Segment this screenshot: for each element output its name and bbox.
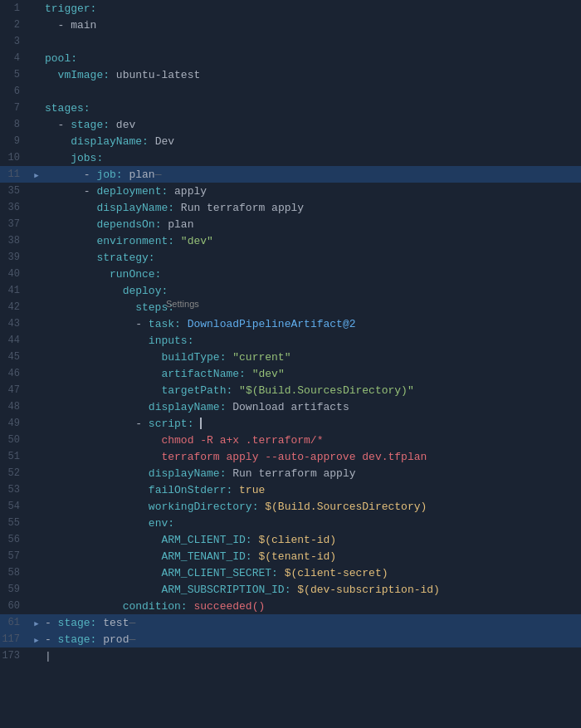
line-number: 42 [0, 301, 30, 313]
token-plain [45, 584, 161, 596]
line-content: buildType: "current" [43, 351, 581, 364]
line-number: 59 [0, 584, 30, 595]
code-line-52: 52 displayName: Run terraform apply [0, 465, 581, 481]
token-k-key: displayName: [149, 467, 227, 480]
line-content: vmImage: ubuntu-latest [43, 69, 581, 81]
token-plain [45, 351, 161, 364]
line-content: displayName: Run terraform apply [43, 202, 581, 214]
line-expand[interactable] [30, 617, 43, 629]
code-line-44: 44 inputs: [0, 332, 581, 349]
token-plain [45, 335, 149, 347]
token-plain [45, 467, 149, 480]
token-plain [45, 418, 135, 430]
token-k-val-plain: Download artifacts [232, 401, 349, 413]
code-line-5: 5 vmImage: ubuntu-latest [0, 66, 581, 83]
line-number: 48 [0, 401, 30, 413]
token-plain [45, 368, 161, 380]
line-content: artifactName: "dev" [43, 368, 581, 380]
code-line-3: 3 [0, 33, 581, 50]
token-plain [110, 119, 116, 131]
token-k-key: vmImage: [58, 69, 110, 81]
code-line-39: 39 strategy: [0, 249, 581, 266]
token-k-comment: — [129, 617, 135, 629]
code-line-61: 61- stage: test— [0, 614, 581, 631]
token-k-dash: - [45, 617, 58, 629]
line-number: 56 [0, 534, 30, 545]
line-number: 37 [0, 218, 30, 230]
token-plain [45, 484, 149, 496]
token-plain [232, 384, 239, 397]
token-k-key: deployment: [96, 185, 168, 198]
line-number: 61 [0, 617, 30, 628]
code-line-46: 46 artifactName: "dev" [0, 365, 581, 382]
token-plain [45, 451, 161, 463]
code-line-53: 53 failOnStderr: true [0, 481, 581, 498]
token-plain [278, 567, 285, 579]
token-k-func: succeeded() [193, 600, 265, 613]
token-k-task: DownloadPipelineArtifact@2 [188, 318, 356, 330]
token-k-val-bool: true [239, 484, 265, 496]
token-k-val-plain: prod [103, 633, 129, 646]
token-k-dash: - [84, 169, 97, 181]
token-k-key: stage: [58, 633, 97, 646]
line-content: stages: [43, 102, 581, 115]
token-plain [174, 202, 181, 214]
line-content: chmod -R a+x .terraform/* [43, 434, 581, 447]
line-content: - task: DownloadPipelineArtifact@2 [43, 318, 581, 330]
line-number: 46 [0, 368, 30, 379]
line-number: 45 [0, 351, 30, 363]
token-k-func: chmod -R a+x .terraform/* [161, 434, 323, 447]
token-plain [45, 285, 123, 297]
token-plain [45, 19, 58, 32]
token-k-dash: - [45, 633, 58, 646]
token-k-dash: - [84, 185, 97, 198]
code-line-4: 4pool: [0, 50, 581, 66]
token-plain [45, 252, 96, 264]
token-plain [246, 368, 252, 380]
line-expand[interactable] [30, 169, 43, 181]
code-line-38: 38 environment: "dev" [0, 232, 581, 249]
line-number: 58 [0, 567, 30, 579]
token-k-var: $(dev-subscription-id) [297, 584, 440, 596]
code-editor: 1trigger:2 - main34pool:5 vmImage: ubunt… [0, 0, 581, 728]
token-k-val-plain: ubuntu-latest [116, 69, 200, 81]
code-line-55: 55 env: [0, 515, 581, 531]
token-k-key: environment: [96, 235, 174, 247]
line-content: displayName: Dev [43, 135, 581, 148]
token-plain [45, 434, 161, 447]
token-k-key: task: [149, 318, 181, 330]
token-k-key: dependsOn: [96, 218, 161, 231]
line-content: failOnStderr: true [43, 484, 581, 496]
token-k-key: artifactName: [161, 368, 245, 380]
code-line-42: 42Settings steps: [0, 299, 581, 315]
code-line-1: 1trigger: [0, 0, 581, 17]
token-k-dash: - [135, 318, 149, 330]
line-content: steps: [43, 301, 581, 314]
token-k-dash: - [135, 418, 149, 430]
token-plain [45, 185, 84, 198]
line-expand[interactable] [30, 633, 43, 646]
token-k-key: buildType: [161, 351, 226, 364]
token-plain [45, 501, 149, 513]
line-content: env: [43, 517, 581, 530]
code-line-2: 2 - main [0, 17, 581, 33]
line-number: 51 [0, 451, 30, 462]
line-content: ARM_SUBSCRIPTION_ID: $(dev-subscription-… [43, 584, 581, 596]
line-content: - main [43, 19, 581, 32]
token-plain [45, 235, 96, 247]
line-number: 8 [0, 119, 30, 130]
line-number: 44 [0, 335, 30, 346]
token-k-key: stage: [71, 119, 110, 131]
line-number: 47 [0, 384, 30, 396]
line-content: condition: succeeded() [43, 600, 581, 613]
token-plain [45, 567, 161, 579]
code-line-49: 49 - script: [0, 415, 581, 432]
settings-label[interactable]: Settings [166, 299, 199, 309]
token-k-key: stages: [45, 102, 90, 115]
token-plain [181, 318, 188, 330]
code-line-59: 59 ARM_SUBSCRIPTION_ID: $(dev-subscripti… [0, 581, 581, 598]
code-line-173: 173| [0, 647, 581, 664]
token-k-key: trigger: [45, 2, 96, 15]
line-content: displayName: Download artifacts [43, 401, 581, 413]
token-plain [45, 550, 161, 563]
